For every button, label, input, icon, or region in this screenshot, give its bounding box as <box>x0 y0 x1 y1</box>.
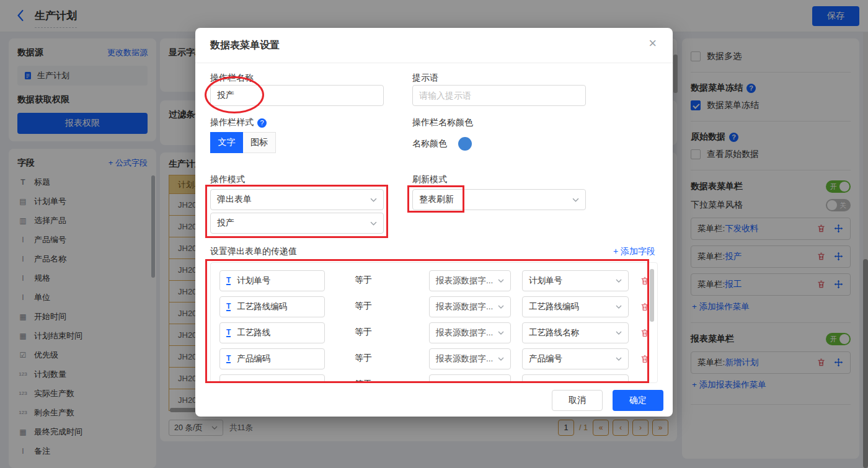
help-icon[interactable] <box>257 118 267 128</box>
field-box[interactable]: T工艺路线 <box>219 322 325 343</box>
chevron-down-icon <box>498 305 504 309</box>
target-field-select[interactable]: 工艺路线编码 <box>522 296 629 317</box>
action-name-label: 操作栏名称 <box>210 73 254 84</box>
transfer-row: T产品编码 等于 报表源数据字... 产品编号 <box>211 348 657 369</box>
source-type-select[interactable]: 报表源数据字... <box>429 348 511 369</box>
action-mode-label: 操作模式 <box>210 174 245 185</box>
modal-header-divider <box>195 63 673 63</box>
app-stage: 生产计划 保存 数据源 更改数据源 生产计划 数据获取权限 报表权限 字段 公式… <box>0 0 868 468</box>
action-style-tabs: 文字 图标 <box>210 132 276 153</box>
text-field-icon: T <box>226 329 231 338</box>
chevron-down-icon <box>616 331 622 335</box>
text-field-icon: T <box>226 302 231 312</box>
target-field-select[interactable]: 工艺路线名称 <box>522 322 629 343</box>
confirm-button[interactable]: 确定 <box>613 390 663 411</box>
target-field-select[interactable]: 计划单号 <box>522 270 629 291</box>
chevron-down-icon <box>498 331 504 335</box>
chevron-down-icon <box>616 305 622 309</box>
close-icon[interactable] <box>649 37 657 50</box>
delete-icon[interactable] <box>640 328 650 338</box>
source-type-select[interactable]: 报表源数据字... <box>429 322 511 343</box>
source-type-select[interactable]: 报表源数据字... <box>429 296 511 317</box>
transfer-row: T 等于 <box>211 374 657 383</box>
field-box[interactable]: T <box>219 374 325 383</box>
tab-icon-style[interactable]: 图标 <box>243 132 276 153</box>
refresh-mode-label: 刷新模式 <box>412 174 447 185</box>
action-name-input[interactable] <box>210 85 384 106</box>
action-form-select[interactable]: 投产 <box>210 213 384 234</box>
tab-text-style[interactable]: 文字 <box>210 132 243 153</box>
field-box[interactable]: T工艺路线编码 <box>219 296 325 317</box>
field-box[interactable]: T产品编码 <box>219 348 325 369</box>
transfer-row: T计划单号 等于 报表源数据字... 计划单号 <box>211 270 657 291</box>
name-color-row: 名称颜色 <box>412 137 472 151</box>
equals-label: 等于 <box>355 327 372 338</box>
text-field-icon: T <box>226 276 231 286</box>
text-field-icon: T <box>226 381 231 383</box>
cancel-button[interactable]: 取消 <box>552 390 603 411</box>
tip-input[interactable] <box>412 85 586 106</box>
table-menu-settings-modal: 数据表菜单设置 操作栏名称 提示语 操作栏样式 文字 图标 操作栏名称颜色 名称… <box>195 28 673 417</box>
transfer-values-label: 设置弹出表单的传递值 <box>210 246 297 257</box>
action-style-label: 操作栏样式 <box>210 117 267 128</box>
equals-label: 等于 <box>355 379 372 383</box>
transfer-row: T工艺路线 等于 报表源数据字... 工艺路线名称 <box>211 322 657 343</box>
action-mode-select[interactable]: 弹出表单 <box>210 189 384 210</box>
delete-icon[interactable] <box>640 302 650 312</box>
equals-label: 等于 <box>355 275 372 286</box>
chevron-down-icon <box>370 221 377 226</box>
text-field-icon: T <box>226 355 231 364</box>
chevron-down-icon <box>498 357 504 361</box>
chevron-down-icon <box>616 279 622 283</box>
delete-icon[interactable] <box>640 354 650 364</box>
chevron-down-icon <box>616 357 622 361</box>
target-field-select[interactable]: 产品编号 <box>522 348 629 369</box>
equals-label: 等于 <box>355 353 372 364</box>
delete-icon[interactable] <box>640 276 650 286</box>
add-field-link[interactable]: 添加字段 <box>613 246 655 257</box>
equals-label: 等于 <box>355 301 372 312</box>
source-type-select[interactable]: 报表源数据字... <box>429 270 511 291</box>
source-type-select[interactable] <box>429 374 511 383</box>
refresh-mode-select[interactable]: 整表刷新 <box>412 189 586 210</box>
target-field-select[interactable] <box>522 374 629 383</box>
chevron-down-icon <box>370 198 377 202</box>
tip-label: 提示语 <box>412 73 438 84</box>
chevron-down-icon <box>498 279 504 283</box>
name-color-label: 名称颜色 <box>412 138 447 149</box>
field-box[interactable]: T计划单号 <box>219 270 325 291</box>
transfer-row: T工艺路线编码 等于 报表源数据字... 工艺路线编码 <box>211 296 657 317</box>
color-swatch[interactable] <box>458 137 472 151</box>
delete-icon[interactable] <box>640 380 650 383</box>
transfer-rows-container: T计划单号 等于 报表源数据字... 计划单号 T工艺路线编码 等于 报表源数据… <box>210 262 658 383</box>
name-color-section-label: 操作栏名称颜色 <box>412 117 473 128</box>
modal-title: 数据表菜单设置 <box>210 39 280 52</box>
transfer-rows-scrollbar-thumb[interactable] <box>650 269 654 322</box>
chevron-down-icon <box>572 198 579 202</box>
